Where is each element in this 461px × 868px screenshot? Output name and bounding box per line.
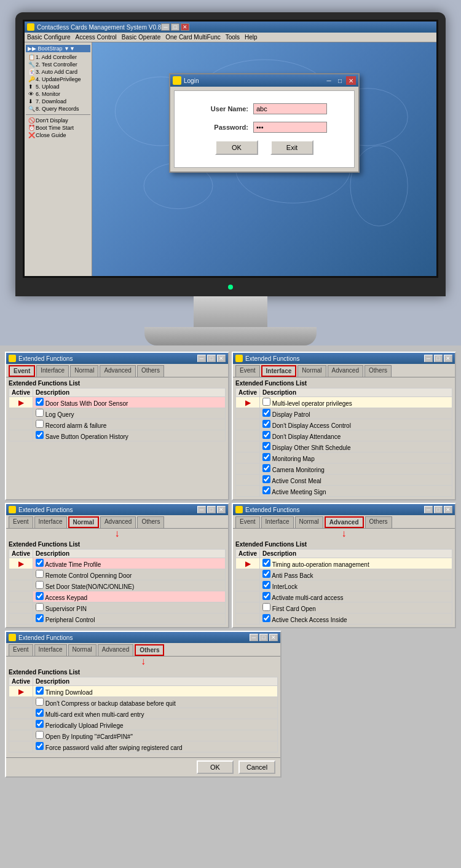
panel4-tab-advanced[interactable]: Advanced — [325, 516, 364, 528]
sidebar-item-3[interactable]: 🃏3. Auto Add Card — [26, 68, 90, 76]
panel5-r5-check[interactable] — [36, 731, 44, 739]
panel2-r2-check[interactable] — [262, 409, 270, 417]
panel5-tab-others[interactable]: Others — [135, 644, 164, 656]
panel5-cancel-btn[interactable]: Cancel — [238, 760, 275, 774]
username-input[interactable] — [253, 103, 327, 114]
panel5-max-btn[interactable]: □ — [259, 634, 268, 641]
sidebar-item-7[interactable]: ⬇7. Download — [26, 98, 90, 105]
panel4-r6-check[interactable] — [262, 614, 270, 622]
panel2-tab-interface[interactable]: Interface — [261, 365, 297, 377]
menu-basic-operate[interactable]: Basic Operate — [122, 34, 160, 41]
panel3-min-btn[interactable]: ─ — [197, 506, 206, 513]
minimize-btn[interactable]: ─ — [161, 23, 170, 31]
login-ok-btn[interactable]: OK — [215, 140, 258, 155]
login-minimize-btn[interactable]: ─ — [324, 76, 334, 85]
panel1-tab-normal[interactable]: Normal — [70, 365, 98, 377]
panel2-r8-check[interactable] — [262, 475, 270, 483]
panel2-r3-check[interactable] — [262, 420, 270, 428]
panel4-r1-check[interactable] — [262, 559, 270, 567]
sidebar-section-bootstrap[interactable]: ▶▶ BootStrap ▼▼ — [26, 45, 90, 52]
close-btn[interactable]: ✕ — [181, 23, 189, 31]
panel3-tab-others[interactable]: Others — [137, 516, 164, 528]
panel3-close-btn[interactable]: ✕ — [217, 506, 226, 513]
sidebar-boot-time[interactable]: ⏰Boot Time Start — [26, 124, 90, 132]
panel5-r2-check[interactable] — [36, 698, 44, 706]
sidebar-item-8[interactable]: 🔍8. Query Records — [26, 105, 90, 112]
panel1-tab-advanced[interactable]: Advanced — [100, 365, 135, 377]
panel4-r2-check[interactable] — [262, 570, 270, 578]
panel4-tab-others[interactable]: Others — [365, 516, 392, 528]
panel5-close-btn[interactable]: ✕ — [269, 634, 278, 641]
panel2-tab-normal[interactable]: Normal — [297, 365, 326, 377]
panel2-r9-check[interactable] — [262, 486, 270, 494]
panel4-r3-check[interactable] — [262, 581, 270, 589]
panel1-row2-check[interactable] — [36, 409, 44, 417]
sidebar-item-6[interactable]: 👁6. Monitor — [26, 90, 90, 98]
panel3-tab-interface[interactable]: Interface — [34, 516, 67, 528]
panel2-tab-others[interactable]: Others — [364, 365, 392, 377]
panel5-tab-interface[interactable]: Interface — [34, 644, 67, 656]
panel3-tab-advanced[interactable]: Advanced — [100, 516, 136, 528]
panel2-r6-check[interactable] — [262, 453, 270, 461]
maximize-btn[interactable]: □ — [171, 23, 179, 31]
panel1-row4-check[interactable] — [36, 431, 44, 439]
panel5-r6-check[interactable] — [36, 742, 44, 750]
panel3-max-btn[interactable]: □ — [207, 506, 216, 513]
panel2-r1-check[interactable] — [262, 398, 270, 406]
panel4-tab-event[interactable]: Event — [235, 516, 260, 528]
panel2-max-btn[interactable]: □ — [434, 355, 443, 362]
panel5-r1-check[interactable] — [36, 687, 44, 695]
panel3-tab-normal[interactable]: Normal — [68, 516, 99, 528]
menu-access-control[interactable]: Access Control — [76, 34, 117, 41]
panel5-tab-normal[interactable]: Normal — [68, 644, 97, 656]
panel4-close-btn[interactable]: ✕ — [444, 506, 452, 513]
panel2-r4-check[interactable] — [262, 431, 270, 439]
sidebar-close-guide[interactable]: ❌Close Guide — [26, 132, 90, 139]
panel3-r3-check[interactable] — [36, 581, 44, 589]
panel4-r4-check[interactable] — [262, 592, 270, 600]
menu-help[interactable]: Help — [245, 34, 258, 41]
panel1-close-btn[interactable]: ✕ — [217, 355, 226, 362]
panel4-min-btn[interactable]: ─ — [424, 506, 433, 513]
panel1-row3-check[interactable] — [36, 420, 44, 428]
panel1-max-btn[interactable]: □ — [207, 355, 216, 362]
login-maximize-btn[interactable]: □ — [335, 76, 345, 85]
panel5-tab-advanced[interactable]: Advanced — [98, 644, 133, 656]
panel2-r7-check[interactable] — [262, 464, 270, 472]
panel3-r2-check[interactable] — [36, 570, 44, 578]
panel4-r5-check[interactable] — [262, 603, 270, 611]
panel1-tab-interface[interactable]: Interface — [36, 365, 69, 377]
panel2-tab-advanced[interactable]: Advanced — [328, 365, 363, 377]
panel5-min-btn[interactable]: ─ — [250, 634, 258, 641]
panel2-close-btn[interactable]: ✕ — [444, 355, 452, 362]
panel2-r5-check[interactable] — [262, 442, 270, 450]
sidebar-item-4[interactable]: 🔑4. UpdatePrivilege — [26, 76, 90, 83]
panel1-min-btn[interactable]: ─ — [197, 355, 206, 362]
sidebar-item-2[interactable]: 🔧2. Test Controller — [26, 61, 90, 68]
panel2-min-btn[interactable]: ─ — [424, 355, 433, 362]
panel1-row1-check[interactable] — [36, 398, 44, 406]
menu-tools[interactable]: Tools — [226, 34, 240, 41]
panel1-tab-event[interactable]: Event — [9, 365, 35, 377]
panel5-ok-btn[interactable]: OK — [197, 760, 234, 774]
panel4-tab-interface[interactable]: Interface — [261, 516, 294, 528]
panel5-r4-check[interactable] — [36, 720, 44, 728]
menu-one-card[interactable]: One Card MultiFunc — [165, 34, 220, 41]
panel5-tab-event[interactable]: Event — [9, 644, 33, 656]
panel3-r1-check[interactable] — [36, 559, 44, 567]
panel3-r4-check[interactable] — [36, 592, 44, 600]
panel4-tab-normal[interactable]: Normal — [295, 516, 323, 528]
panel3-r5-check[interactable] — [36, 603, 44, 611]
menu-basic-configure[interactable]: Basic Configure — [27, 34, 71, 41]
sidebar-dont-display[interactable]: 🚫Don't Display — [26, 117, 90, 124]
panel4-max-btn[interactable]: □ — [434, 506, 443, 513]
sidebar-item-1[interactable]: 📋1. Add Controller — [26, 53, 90, 61]
panel3-tab-event[interactable]: Event — [9, 516, 33, 528]
panel3-r6-check[interactable] — [36, 614, 44, 622]
panel2-tab-event[interactable]: Event — [235, 365, 260, 377]
login-close-btn[interactable]: ✕ — [346, 76, 356, 85]
panel5-r3-check[interactable] — [36, 709, 44, 717]
password-input[interactable] — [253, 122, 327, 133]
panel1-tab-others[interactable]: Others — [137, 365, 164, 377]
sidebar-item-5[interactable]: ⬆5. Upload — [26, 83, 90, 90]
